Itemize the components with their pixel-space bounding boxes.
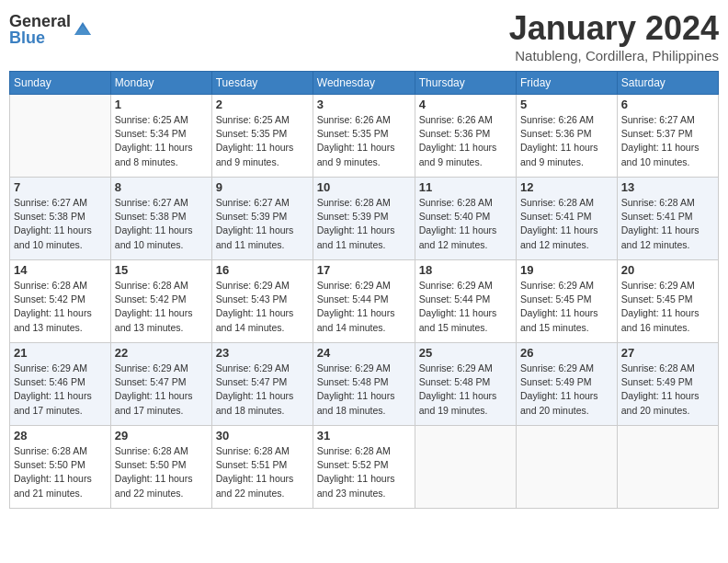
table-row: 30Sunrise: 6:28 AM Sunset: 5:51 PM Dayli… bbox=[211, 426, 313, 509]
day-number: 10 bbox=[317, 180, 411, 194]
header-tuesday: Tuesday bbox=[211, 72, 313, 95]
table-row: 28Sunrise: 6:28 AM Sunset: 5:50 PM Dayli… bbox=[10, 426, 111, 509]
table-row: 19Sunrise: 6:29 AM Sunset: 5:45 PM Dayli… bbox=[516, 260, 617, 343]
header-sunday: Sunday bbox=[10, 72, 111, 95]
table-row: 23Sunrise: 6:29 AM Sunset: 5:47 PM Dayli… bbox=[211, 343, 313, 426]
day-detail: Sunrise: 6:26 AM Sunset: 5:36 PM Dayligh… bbox=[419, 113, 512, 169]
day-detail: Sunrise: 6:28 AM Sunset: 5:40 PM Dayligh… bbox=[419, 196, 512, 252]
logo-blue: Blue bbox=[9, 29, 71, 46]
day-number: 31 bbox=[317, 429, 411, 442]
day-detail: Sunrise: 6:27 AM Sunset: 5:39 PM Dayligh… bbox=[216, 196, 309, 252]
day-number: 22 bbox=[115, 346, 208, 360]
table-row: 1Sunrise: 6:25 AM Sunset: 5:34 PM Daylig… bbox=[110, 95, 211, 178]
table-row: 18Sunrise: 6:29 AM Sunset: 5:44 PM Dayli… bbox=[415, 260, 516, 343]
day-number: 15 bbox=[115, 263, 208, 277]
table-row: 3Sunrise: 6:26 AM Sunset: 5:35 PM Daylig… bbox=[313, 95, 415, 178]
day-number: 8 bbox=[115, 180, 208, 194]
day-detail: Sunrise: 6:28 AM Sunset: 5:41 PM Dayligh… bbox=[520, 196, 613, 252]
day-number: 6 bbox=[621, 98, 714, 111]
day-number: 17 bbox=[317, 263, 411, 277]
day-detail: Sunrise: 6:28 AM Sunset: 5:42 PM Dayligh… bbox=[115, 279, 208, 335]
day-detail: Sunrise: 6:29 AM Sunset: 5:44 PM Dayligh… bbox=[419, 279, 512, 335]
day-number: 11 bbox=[419, 180, 512, 194]
logo: General Blue bbox=[9, 13, 93, 46]
table-row bbox=[617, 426, 718, 509]
day-number: 2 bbox=[216, 98, 309, 111]
day-detail: Sunrise: 6:29 AM Sunset: 5:47 PM Dayligh… bbox=[115, 362, 208, 418]
table-row: 4Sunrise: 6:26 AM Sunset: 5:36 PM Daylig… bbox=[415, 95, 516, 178]
table-row: 17Sunrise: 6:29 AM Sunset: 5:44 PM Dayli… bbox=[313, 260, 415, 343]
day-detail: Sunrise: 6:29 AM Sunset: 5:44 PM Dayligh… bbox=[317, 279, 411, 335]
location: Natubleng, Cordillera, Philippines bbox=[509, 48, 719, 63]
calendar-week-row: 1Sunrise: 6:25 AM Sunset: 5:34 PM Daylig… bbox=[10, 95, 719, 178]
table-row: 27Sunrise: 6:28 AM Sunset: 5:49 PM Dayli… bbox=[617, 343, 718, 426]
logo-icon bbox=[73, 18, 93, 39]
day-number: 18 bbox=[419, 263, 512, 277]
day-number: 28 bbox=[14, 429, 107, 442]
table-row bbox=[415, 426, 516, 509]
calendar-week-row: 21Sunrise: 6:29 AM Sunset: 5:46 PM Dayli… bbox=[10, 343, 719, 426]
day-number: 29 bbox=[115, 429, 208, 442]
day-detail: Sunrise: 6:29 AM Sunset: 5:43 PM Dayligh… bbox=[216, 279, 309, 335]
day-number: 12 bbox=[520, 180, 613, 194]
day-detail: Sunrise: 6:28 AM Sunset: 5:50 PM Dayligh… bbox=[115, 444, 208, 500]
table-row: 31Sunrise: 6:28 AM Sunset: 5:52 PM Dayli… bbox=[313, 426, 415, 509]
table-row: 7Sunrise: 6:27 AM Sunset: 5:38 PM Daylig… bbox=[10, 178, 111, 260]
day-number: 3 bbox=[317, 98, 411, 111]
day-detail: Sunrise: 6:28 AM Sunset: 5:50 PM Dayligh… bbox=[14, 444, 107, 500]
logo-general: General bbox=[9, 13, 71, 29]
day-detail: Sunrise: 6:28 AM Sunset: 5:39 PM Dayligh… bbox=[317, 196, 411, 252]
table-row: 11Sunrise: 6:28 AM Sunset: 5:40 PM Dayli… bbox=[415, 178, 516, 260]
day-detail: Sunrise: 6:29 AM Sunset: 5:45 PM Dayligh… bbox=[621, 279, 714, 335]
day-number: 1 bbox=[115, 98, 208, 111]
day-detail: Sunrise: 6:29 AM Sunset: 5:46 PM Dayligh… bbox=[14, 362, 107, 418]
table-row: 10Sunrise: 6:28 AM Sunset: 5:39 PM Dayli… bbox=[313, 178, 415, 260]
table-row: 13Sunrise: 6:28 AM Sunset: 5:41 PM Dayli… bbox=[617, 178, 718, 260]
month-title: January 2024 bbox=[509, 9, 719, 48]
page: General Blue January 2024 Natubleng, Cor… bbox=[0, 0, 728, 563]
day-number: 26 bbox=[520, 346, 613, 360]
table-row: 15Sunrise: 6:28 AM Sunset: 5:42 PM Dayli… bbox=[110, 260, 211, 343]
day-number: 25 bbox=[419, 346, 512, 360]
day-number: 9 bbox=[216, 180, 309, 194]
table-row: 12Sunrise: 6:28 AM Sunset: 5:41 PM Dayli… bbox=[516, 178, 617, 260]
table-row: 21Sunrise: 6:29 AM Sunset: 5:46 PM Dayli… bbox=[10, 343, 111, 426]
header-monday: Monday bbox=[110, 72, 211, 95]
table-row: 16Sunrise: 6:29 AM Sunset: 5:43 PM Dayli… bbox=[211, 260, 313, 343]
table-row: 29Sunrise: 6:28 AM Sunset: 5:50 PM Dayli… bbox=[110, 426, 211, 509]
day-detail: Sunrise: 6:28 AM Sunset: 5:51 PM Dayligh… bbox=[216, 444, 309, 500]
day-detail: Sunrise: 6:26 AM Sunset: 5:36 PM Dayligh… bbox=[520, 113, 613, 169]
day-detail: Sunrise: 6:29 AM Sunset: 5:49 PM Dayligh… bbox=[520, 362, 613, 418]
day-number: 14 bbox=[14, 263, 107, 277]
header-saturday: Saturday bbox=[617, 72, 718, 95]
day-detail: Sunrise: 6:29 AM Sunset: 5:48 PM Dayligh… bbox=[419, 362, 512, 418]
day-number: 5 bbox=[520, 98, 613, 111]
table-row: 24Sunrise: 6:29 AM Sunset: 5:48 PM Dayli… bbox=[313, 343, 415, 426]
day-number: 13 bbox=[621, 180, 714, 194]
day-detail: Sunrise: 6:27 AM Sunset: 5:37 PM Dayligh… bbox=[621, 113, 714, 169]
table-row: 20Sunrise: 6:29 AM Sunset: 5:45 PM Dayli… bbox=[617, 260, 718, 343]
day-detail: Sunrise: 6:29 AM Sunset: 5:48 PM Dayligh… bbox=[317, 362, 411, 418]
day-number: 16 bbox=[216, 263, 309, 277]
table-row: 6Sunrise: 6:27 AM Sunset: 5:37 PM Daylig… bbox=[617, 95, 718, 178]
calendar-table: Sunday Monday Tuesday Wednesday Thursday… bbox=[9, 71, 719, 509]
table-row: 25Sunrise: 6:29 AM Sunset: 5:48 PM Dayli… bbox=[415, 343, 516, 426]
day-detail: Sunrise: 6:28 AM Sunset: 5:49 PM Dayligh… bbox=[621, 362, 714, 418]
day-detail: Sunrise: 6:26 AM Sunset: 5:35 PM Dayligh… bbox=[317, 113, 411, 169]
calendar-week-row: 7Sunrise: 6:27 AM Sunset: 5:38 PM Daylig… bbox=[10, 178, 719, 260]
table-row: 2Sunrise: 6:25 AM Sunset: 5:35 PM Daylig… bbox=[211, 95, 313, 178]
table-row bbox=[516, 426, 617, 509]
title-section: January 2024 Natubleng, Cordillera, Phil… bbox=[509, 9, 719, 63]
table-row bbox=[10, 95, 111, 178]
day-number: 19 bbox=[520, 263, 613, 277]
day-number: 24 bbox=[317, 346, 411, 360]
svg-marker-1 bbox=[74, 26, 91, 35]
weekday-header-row: Sunday Monday Tuesday Wednesday Thursday… bbox=[10, 72, 719, 95]
calendar-week-row: 14Sunrise: 6:28 AM Sunset: 5:42 PM Dayli… bbox=[10, 260, 719, 343]
table-row: 8Sunrise: 6:27 AM Sunset: 5:38 PM Daylig… bbox=[110, 178, 211, 260]
header-friday: Friday bbox=[516, 72, 617, 95]
day-detail: Sunrise: 6:27 AM Sunset: 5:38 PM Dayligh… bbox=[14, 196, 107, 252]
header: General Blue January 2024 Natubleng, Cor… bbox=[9, 9, 719, 63]
day-number: 4 bbox=[419, 98, 512, 111]
table-row: 22Sunrise: 6:29 AM Sunset: 5:47 PM Dayli… bbox=[110, 343, 211, 426]
